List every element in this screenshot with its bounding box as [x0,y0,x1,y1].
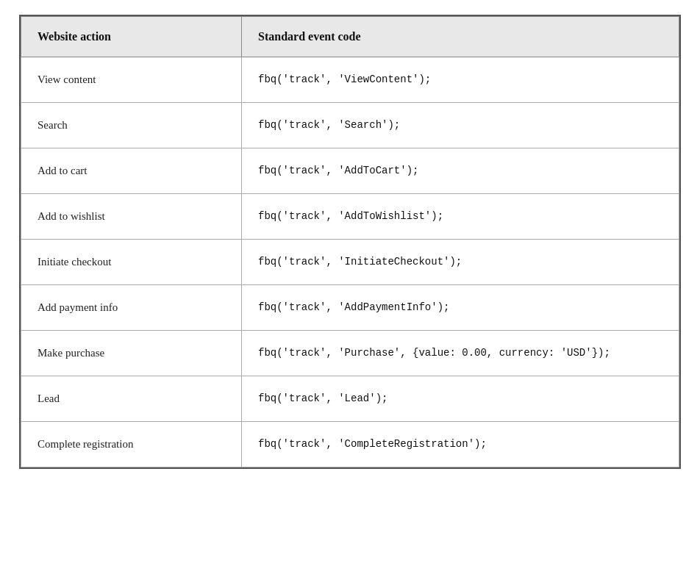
cell-code: fbq('track', 'Search'); [242,103,679,148]
cell-action: View content [21,57,242,103]
cell-action: Add payment info [21,285,242,331]
table-row: Complete registrationfbq('track', 'Compl… [21,422,679,467]
header-standard-event-code: Standard event code [242,17,679,57]
table-row: Initiate checkoutfbq('track', 'InitiateC… [21,240,679,285]
table-header-row: Website action Standard event code [21,17,679,57]
cell-action: Search [21,103,242,148]
cell-code: fbq('track', 'InitiateCheckout'); [242,240,679,285]
cell-action: Make purchase [21,331,242,376]
events-table: Website action Standard event code View … [21,16,679,467]
table-row: Add payment infofbq('track', 'AddPayment… [21,285,679,331]
table-row: Add to cartfbq('track', 'AddToCart'); [21,148,679,194]
table-row: Make purchasefbq('track', 'Purchase', {v… [21,331,679,376]
cell-action: Add to cart [21,148,242,194]
table-row: Add to wishlistfbq('track', 'AddToWishli… [21,194,679,240]
events-table-container: Website action Standard event code View … [19,15,681,469]
cell-action: Initiate checkout [21,240,242,285]
table-row: Searchfbq('track', 'Search'); [21,103,679,148]
header-website-action: Website action [21,17,242,57]
table-row: Leadfbq('track', 'Lead'); [21,376,679,422]
cell-action: Lead [21,376,242,422]
cell-code: fbq('track', 'AddToWishlist'); [242,194,679,240]
cell-action: Complete registration [21,422,242,467]
cell-code: fbq('track', 'Lead'); [242,376,679,422]
cell-code: fbq('track', 'AddPaymentInfo'); [242,285,679,331]
cell-code: fbq('track', 'Purchase', {value: 0.00, c… [242,331,679,376]
cell-code: fbq('track', 'AddToCart'); [242,148,679,194]
table-row: View contentfbq('track', 'ViewContent'); [21,57,679,103]
cell-code: fbq('track', 'ViewContent'); [242,57,679,103]
cell-action: Add to wishlist [21,194,242,240]
cell-code: fbq('track', 'CompleteRegistration'); [242,422,679,467]
